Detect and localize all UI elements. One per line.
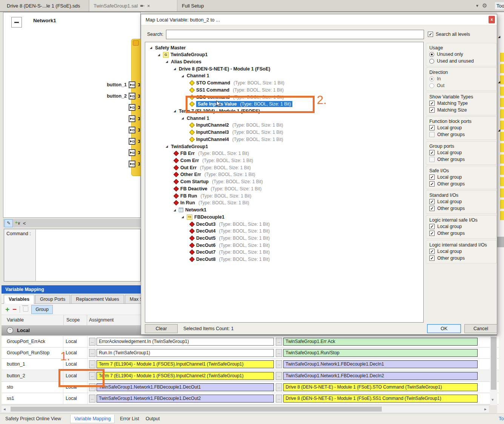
- tree-item-sto-command[interactable]: STO Command(Type: BOOL, Size: 1 Bit): [145, 80, 424, 87]
- block-input-pin[interactable]: [129, 138, 135, 145]
- target-browse-button[interactable]: ...: [276, 395, 282, 403]
- column-assignment[interactable]: Assignment: [89, 317, 114, 323]
- checkbox-icon[interactable]: ✓: [429, 231, 435, 236]
- filter-option-other-groups[interactable]: ✓Other groups: [429, 230, 496, 237]
- cancel-button[interactable]: Cancel: [464, 324, 497, 333]
- tree-expander-icon[interactable]: ◢: [181, 116, 187, 120]
- filter-option-matching-size[interactable]: ✓Matching Size: [429, 107, 496, 113]
- mapping-tab-group-ports[interactable]: Group Ports: [35, 295, 70, 303]
- checkbox-icon[interactable]: ✓: [429, 199, 435, 204]
- target-field[interactable]: TwinSafeGroup1.Err Ack: [283, 338, 478, 346]
- command-input[interactable]: [35, 230, 140, 281]
- filter-option-local-group[interactable]: ✓Local group: [429, 198, 496, 205]
- tree-item-decout6[interactable]: DecOut6(Type: BOOL, Size: 1 Bit): [145, 242, 424, 249]
- assignment-browse-button[interactable]: ...: [89, 360, 95, 368]
- block-input-pin[interactable]: [129, 115, 135, 122]
- filter-option-other-groups[interactable]: Other groups: [429, 131, 496, 138]
- assignment-field[interactable]: TwinSafeGroup1.Network1.FBDecouple1.DecO…: [97, 383, 274, 391]
- add-icon[interactable]: +: [5, 306, 9, 313]
- filter-option-used-and-unused[interactable]: Used and unused: [429, 58, 496, 64]
- filter-option-in[interactable]: In: [429, 75, 496, 82]
- tree-item-com-err[interactable]: Com Err(Type: BOOL, Size: 1 Bit): [145, 157, 424, 164]
- filter-option-out[interactable]: Out: [429, 82, 496, 89]
- delete-icon[interactable]: [23, 307, 28, 312]
- target-field[interactable]: TwinSafeGroup1.Network1.FBDecouple1.DecI…: [283, 372, 478, 380]
- horizontal-scrollbar[interactable]: ◂ ▸: [2, 406, 489, 412]
- checkbox-icon[interactable]: ✓: [429, 181, 435, 187]
- checkbox-icon[interactable]: ✓: [429, 107, 435, 113]
- checkbox-icon[interactable]: ✓: [429, 174, 435, 180]
- tree-item-decout3[interactable]: DecOut3(Type: BOOL, Size: 1 Bit): [145, 220, 424, 228]
- tree-item-channel-1[interactable]: ◢Channel 1: [145, 115, 424, 122]
- tree-expander-icon[interactable]: ◢: [150, 46, 155, 49]
- radio-icon[interactable]: [429, 83, 434, 88]
- mapping-tab-variables[interactable]: Variables: [4, 295, 34, 304]
- filter-option-other-groups[interactable]: ✓Other groups: [429, 255, 496, 262]
- column-scope[interactable]: Scope: [66, 317, 80, 323]
- dialog-titlebar[interactable]: Map Local Variable: button_2 to ... x: [141, 14, 497, 25]
- tree-item-twinsafegroup1[interactable]: ◢TwinSafeGroup1: [145, 143, 424, 150]
- tree-expander-icon[interactable]: ◢: [158, 53, 163, 57]
- tree-item-ss1-command[interactable]: SS1 Command(Type: BOOL, Size: 1 Bit): [145, 86, 424, 93]
- add-variable-icon[interactable]: +∨: [15, 220, 21, 226]
- back-icon[interactable]: <: [23, 220, 26, 226]
- search-input[interactable]: [166, 30, 424, 39]
- tree-item-decout4[interactable]: DecOut4(Type: BOOL, Size: 1 Bit): [145, 228, 424, 235]
- block-input-pin[interactable]: [129, 149, 135, 156]
- assignment-field[interactable]: TwinSafeGroup1.Network1.FBDecouple1.DecO…: [97, 395, 274, 403]
- group-button[interactable]: Group: [31, 305, 53, 314]
- block-input-pin[interactable]: [129, 81, 135, 88]
- assignment-browse-button[interactable]: ...: [89, 349, 95, 357]
- filter-option-local-group[interactable]: ✓Local group: [429, 124, 496, 131]
- tab-variable-mapping[interactable]: Variable Mapping: [70, 415, 115, 423]
- target-browse-button[interactable]: ...: [276, 383, 282, 391]
- block-input-pin[interactable]: [129, 127, 135, 133]
- tab-safety-project-online-view[interactable]: Safety Project Online View: [5, 416, 61, 421]
- target-browse-button[interactable]: ...: [276, 338, 282, 346]
- column-variable[interactable]: Variable: [7, 317, 24, 323]
- scroll-down-icon[interactable]: ▾: [492, 397, 494, 402]
- edit-pointer-icon[interactable]: ✎: [5, 219, 13, 227]
- gear-icon[interactable]: ⚙: [482, 2, 487, 9]
- target-browse-button[interactable]: ...: [276, 360, 282, 368]
- filter-option-local-group[interactable]: ✓Local group: [429, 248, 496, 255]
- tree-item-in-run[interactable]: In Run(Type: BOOL, Size: 1 Bit): [145, 199, 424, 207]
- tree-item-channel-1[interactable]: ◢Channel 1: [145, 72, 424, 80]
- checkbox-icon[interactable]: ✓: [429, 101, 435, 106]
- remove-icon[interactable]: −: [12, 308, 17, 311]
- radio-icon[interactable]: [429, 59, 434, 64]
- target-browse-button[interactable]: ...: [276, 349, 282, 357]
- tree-item-out-err[interactable]: Out Err(Type: BOOL, Size: 1 Bit): [145, 164, 424, 171]
- tree-expander-icon[interactable]: ◢: [166, 145, 171, 148]
- checkbox-icon[interactable]: ✓: [429, 206, 435, 211]
- tab-twinsafegroup1-sal[interactable]: TwinSafeGroup1.sal ×: [90, 0, 177, 11]
- tree-item-fbdecouple1[interactable]: ◢FBFBDecouple1: [145, 213, 424, 220]
- tree-item-inputchannel4[interactable]: InputChannel4(Type: BOOL, Size: 1 Bit): [145, 136, 424, 143]
- filter-option-other-groups[interactable]: Other groups: [429, 156, 496, 163]
- tree-item-alias-devices[interactable]: ◢Alias Devices: [145, 58, 424, 65]
- variable-tree[interactable]: ◢Safety Master◢GTwinSafeGroup1◢Alias Dev…: [145, 42, 424, 323]
- tree-item-network1[interactable]: ◢Network1: [145, 207, 424, 214]
- mapping-row-GroupPort_ErrAck[interactable]: GroupPort_ErrAckLocal...ErrorAcknowledge…: [2, 336, 499, 347]
- checkbox-icon[interactable]: ✓: [428, 32, 433, 37]
- checkbox-icon[interactable]: [429, 132, 435, 137]
- assignment-field[interactable]: Run.In (TwinSafeGroup1): [97, 349, 274, 357]
- target-field[interactable]: Drive 8 (DEN-S-NET-E) - Module 1 (FSoE).…: [283, 395, 478, 403]
- target-field[interactable]: Drive 8 (DEN-S-NET-E) - Module 1 (FSoE).…: [283, 383, 478, 391]
- block-input-pin[interactable]: [129, 104, 135, 111]
- radio-icon[interactable]: [429, 52, 434, 57]
- tree-item-fb-err[interactable]: FB Err(Type: BOOL, Size: 1 Bit): [145, 150, 424, 157]
- scroll-left-icon[interactable]: ◂: [3, 407, 6, 412]
- filter-option-local-group[interactable]: ✓Local group: [429, 149, 496, 156]
- block-input-pin[interactable]: [129, 161, 135, 167]
- assignment-browse-button[interactable]: ...: [89, 338, 95, 346]
- chevron-down-icon[interactable]: ▾: [476, 3, 478, 8]
- tree-item-com-startup[interactable]: Com Startup(Type: BOOL, Size: 1 Bit): [145, 178, 424, 185]
- filter-option-matching-type[interactable]: ✓Matching Type: [429, 100, 496, 107]
- tab-drive8-sds[interactable]: Drive 8 (DEN-S-...le 1 (FSoE).sds: [3, 0, 89, 11]
- vertical-scrollbar-thumb[interactable]: [491, 337, 496, 390]
- tree-item-decout7[interactable]: DecOut7(Type: BOOL, Size: 1 Bit): [145, 249, 424, 256]
- mapping-row-GroupPort_RunStop[interactable]: GroupPort_RunStopLocal...Run.In (TwinSaf…: [2, 347, 499, 359]
- tab-output[interactable]: Output: [146, 416, 160, 421]
- target-field[interactable]: TwinSafeGroup1.Network1.FBDecouple1.DecI…: [283, 360, 478, 368]
